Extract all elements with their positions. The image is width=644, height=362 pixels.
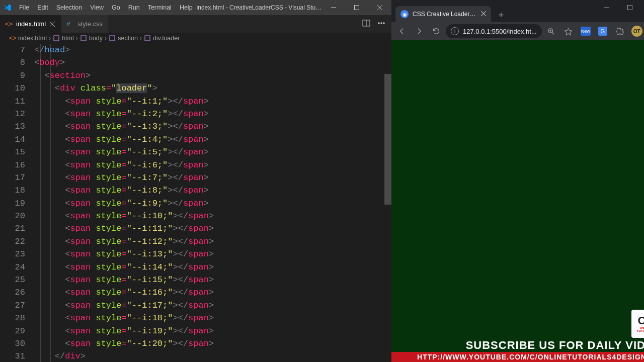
svg-marker-25	[565, 28, 572, 35]
tab-label: style.css	[77, 20, 103, 28]
svg-rect-16	[627, 6, 632, 10]
editor-tab[interactable]: <>index.html	[0, 15, 61, 33]
bookmark-star-icon[interactable]	[561, 24, 576, 39]
split-editor-icon[interactable]	[362, 19, 370, 29]
zoom-icon[interactable]	[544, 24, 559, 39]
menu-bar: FileEditSelectionViewGoRunTerminalHelp	[15, 0, 197, 15]
tab-close-icon[interactable]	[481, 11, 486, 18]
site-info-icon[interactable]: i	[451, 27, 459, 35]
svg-line-22	[552, 32, 554, 34]
code-content[interactable]: </head><body> <section> <div class="load…	[34, 44, 391, 362]
menu-item-go[interactable]: Go	[108, 0, 124, 15]
menu-item-help[interactable]: Help	[176, 0, 197, 15]
maximize-button[interactable]	[345, 0, 368, 15]
breadcrumb-item[interactable]: html	[53, 35, 74, 42]
menu-item-terminal[interactable]: Terminal	[144, 0, 176, 15]
video-overlay: OT ONLINE TUTORIALS SUBSCRIBE US FOR DAI…	[391, 339, 644, 362]
code-editor[interactable]: 7891011121314151617181920212223242526272…	[0, 44, 391, 362]
menu-item-run[interactable]: Run	[124, 0, 144, 15]
svg-rect-11	[54, 36, 59, 41]
url-text: 127.0.0.1:5500/index.ht...	[463, 28, 537, 35]
svg-rect-13	[110, 36, 115, 41]
back-button[interactable]	[394, 24, 410, 39]
new-tab-button[interactable]: +	[494, 8, 508, 22]
menu-item-file[interactable]: File	[15, 0, 33, 15]
svg-rect-1	[355, 6, 359, 10]
page-viewport: OT ONLINE TUTORIALS SUBSCRIBE US FOR DAI…	[391, 40, 644, 362]
html-file-icon: <>	[5, 20, 13, 28]
symbol-icon	[80, 35, 87, 42]
browser-toolbar: i 127.0.0.1:5500/index.ht... New G OT	[391, 22, 644, 40]
browser-maximize-button[interactable]	[618, 0, 641, 15]
browser-close-button[interactable]	[641, 0, 644, 15]
breadcrumb-item[interactable]: <>index.html	[9, 35, 47, 42]
breadcrumb-item[interactable]: section	[109, 35, 138, 42]
svg-point-8	[378, 23, 380, 24]
channel-url-text: HTTP://WWW.YOUTUBE.COM/C/ONLINETUTORIALS…	[391, 352, 644, 362]
favicon-icon: ◉	[400, 10, 409, 18]
svg-rect-12	[81, 36, 86, 41]
reload-button[interactable]	[429, 24, 444, 39]
vscode-titlebar: FileEditSelectionViewGoRunTerminalHelp i…	[0, 0, 391, 15]
tab-label: index.html	[16, 20, 46, 28]
editor-tab[interactable]: #style.css	[61, 15, 108, 33]
svg-point-10	[383, 23, 385, 24]
forward-button[interactable]	[412, 24, 427, 39]
more-actions-icon[interactable]	[377, 19, 385, 29]
browser-window: ◉ CSS Creative Loader Animation E + i 12…	[391, 0, 644, 362]
subscribe-text: SUBSCRIBE US FOR DAILY VIDEO	[391, 339, 644, 352]
vscode-window: FileEditSelectionViewGoRunTerminalHelp i…	[0, 0, 391, 362]
menu-item-view[interactable]: View	[86, 0, 108, 15]
breadcrumb-item[interactable]: div.loader	[144, 35, 180, 42]
symbol-icon	[144, 35, 151, 42]
css-file-icon: #	[66, 20, 74, 28]
extensions-puzzle-icon[interactable]	[612, 24, 627, 39]
symbol-icon	[109, 35, 116, 42]
translate-extension-icon[interactable]: G	[595, 24, 610, 39]
html-file-icon: <>	[9, 35, 16, 42]
profile-avatar[interactable]: OT	[629, 24, 644, 39]
close-button[interactable]	[368, 0, 391, 15]
symbol-icon	[53, 35, 60, 42]
vscode-logo-icon	[0, 4, 15, 12]
address-bar[interactable]: i 127.0.0.1:5500/index.ht...	[446, 24, 542, 38]
svg-rect-14	[145, 36, 150, 41]
extension-badge-icon[interactable]: New	[578, 24, 593, 39]
window-title: index.html - CreativeLoaderCSS - Visual …	[197, 4, 322, 11]
browser-minimize-button[interactable]	[595, 0, 618, 15]
menu-item-selection[interactable]: Selection	[52, 0, 86, 15]
channel-logo: OT ONLINE TUTORIALS	[631, 310, 644, 338]
breadcrumb-item[interactable]: body	[80, 35, 103, 42]
breadcrumb[interactable]: <>index.html›html›body›section›div.loade…	[0, 33, 391, 44]
minimize-button[interactable]	[322, 0, 345, 15]
editor-tab-bar: <>index.html#style.css	[0, 15, 391, 33]
browser-tab-title: CSS Creative Loader Animation E	[413, 11, 477, 18]
menu-item-edit[interactable]: Edit	[33, 0, 52, 15]
tab-close-icon[interactable]	[49, 21, 56, 28]
minimap-scrollbar[interactable]	[384, 44, 391, 362]
line-number-gutter: 7891011121314151617181920212223242526272…	[0, 44, 34, 362]
svg-point-9	[381, 23, 382, 24]
browser-tab[interactable]: ◉ CSS Creative Loader Animation E	[395, 6, 491, 22]
